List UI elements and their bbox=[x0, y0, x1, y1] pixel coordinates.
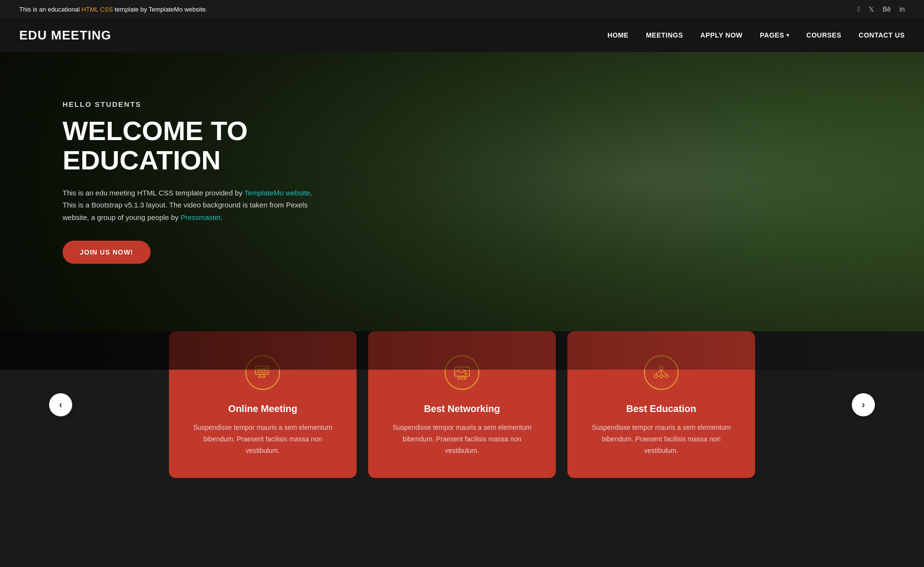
svg-point-10 bbox=[465, 373, 466, 374]
card-3-text: Suspendisse tempor mauris a sem elementu… bbox=[587, 422, 736, 456]
html-css-link[interactable]: HTML CSS bbox=[81, 6, 113, 13]
nav-link-meetings[interactable]: MEETINGS bbox=[646, 31, 683, 39]
nav-link-apply[interactable]: APPLY NOW bbox=[700, 31, 743, 39]
nav-links: HOME MEETINGS APPLY NOW PAGES COURSES CO… bbox=[607, 31, 905, 39]
social-links:  𝕏 Bē in bbox=[858, 5, 905, 13]
carousel-prev-button[interactable]: ‹ bbox=[49, 393, 72, 416]
pressmaster-link[interactable]: Pressmaster bbox=[180, 213, 220, 221]
facebook-icon[interactable]:  bbox=[858, 5, 860, 13]
templatemo-link[interactable]: TemplateMo website bbox=[244, 189, 310, 197]
hero-title: WELCOME TO EDUCATION bbox=[63, 116, 318, 175]
behance-icon[interactable]: Bē bbox=[883, 5, 891, 13]
nav-link-contact[interactable]: CONTACT US bbox=[859, 31, 905, 39]
nav-item-apply[interactable]: APPLY NOW bbox=[700, 31, 743, 39]
top-bar-text: This is an educational HTML CSS template… bbox=[19, 6, 207, 13]
card-3-title: Best Education bbox=[587, 403, 736, 414]
nav-link-home[interactable]: HOME bbox=[607, 31, 629, 39]
nav-item-courses[interactable]: COURSES bbox=[807, 31, 842, 39]
svg-point-20 bbox=[665, 374, 668, 378]
svg-point-18 bbox=[654, 374, 657, 378]
top-bar: This is an educational HTML CSS template… bbox=[0, 0, 924, 18]
card-2-title: Best Networking bbox=[387, 403, 537, 414]
carousel-next-button[interactable]: › bbox=[852, 393, 875, 416]
hero-subtitle: HELLO STUDENTS bbox=[63, 100, 318, 108]
nav-item-pages[interactable]: PAGES bbox=[760, 31, 789, 39]
top-bar-plain2: template by TemplateMo website. bbox=[113, 6, 207, 13]
card-2-text: Suspendisse tempor mauris a sem elementu… bbox=[387, 422, 537, 456]
hero-section: HELLO STUDENTS WELCOME TO EDUCATION This… bbox=[0, 52, 924, 370]
hero-content: HELLO STUDENTS WELCOME TO EDUCATION This… bbox=[0, 100, 318, 322]
svg-line-21 bbox=[656, 370, 661, 374]
nav-link-pages[interactable]: PAGES bbox=[760, 31, 784, 39]
nav-item-contact[interactable]: CONTACT US bbox=[859, 31, 905, 39]
svg-point-11 bbox=[458, 377, 460, 379]
linkedin-icon[interactable]: in bbox=[899, 5, 905, 13]
navbar-brand[interactable]: EDU MEETING bbox=[19, 28, 112, 43]
card-1-text: Suspendisse tempor mauris a sem elementu… bbox=[188, 422, 337, 456]
hero-desc-plain1: This is an edu meeting HTML CSS template… bbox=[63, 189, 244, 197]
nav-link-courses[interactable]: COURSES bbox=[807, 31, 842, 39]
svg-point-12 bbox=[461, 377, 463, 379]
hero-desc-end: . bbox=[221, 213, 223, 221]
twitter-icon[interactable]: 𝕏 bbox=[869, 5, 874, 13]
navbar: EDU MEETING HOME MEETINGS APPLY NOW PAGE… bbox=[0, 18, 924, 52]
top-bar-plain1: This is an educational bbox=[19, 6, 81, 13]
svg-point-19 bbox=[660, 374, 663, 378]
svg-point-13 bbox=[464, 377, 466, 379]
card-1-title: Online Meeting bbox=[188, 403, 337, 414]
join-button[interactable]: JOIN US NOW! bbox=[63, 241, 151, 264]
nav-item-home[interactable]: HOME bbox=[607, 31, 629, 39]
nav-item-meetings[interactable]: MEETINGS bbox=[646, 31, 683, 39]
svg-line-23 bbox=[661, 370, 667, 374]
hero-description: This is an edu meeting HTML CSS template… bbox=[63, 187, 318, 224]
